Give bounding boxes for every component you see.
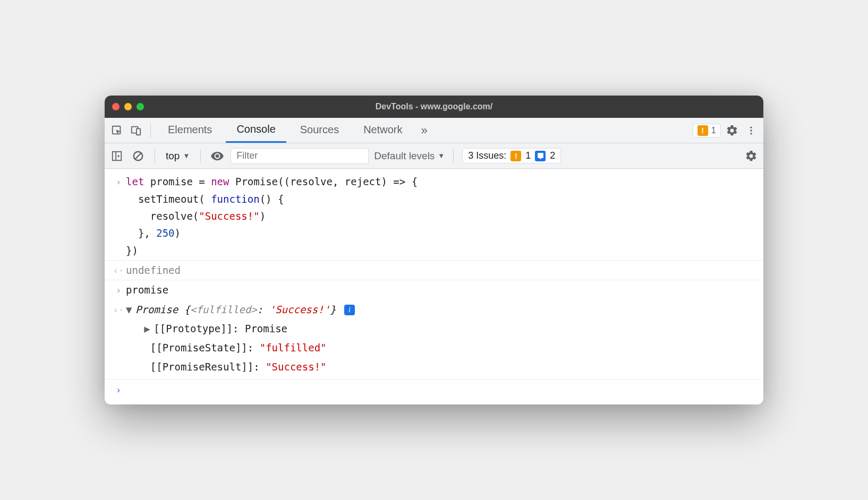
warning-icon: !: [697, 125, 708, 136]
console-output-row: ‹· ▼Promise {<fulfilled>: 'Success!'} i: [105, 300, 763, 319]
inspect-element-icon[interactable]: [109, 123, 125, 139]
return-undefined: undefined: [126, 262, 757, 279]
settings-icon[interactable]: [724, 123, 740, 139]
devtools-window: DevTools - www.google.com/ Elements Cons…: [105, 96, 763, 404]
window-minimize-button[interactable]: [124, 103, 132, 110]
output-chevron-icon: ‹·: [111, 303, 126, 318]
info-icon: [535, 151, 546, 161]
svg-point-4: [750, 130, 752, 131]
output-chevron-icon: ‹·: [111, 263, 126, 279]
warning-count: 1: [711, 125, 716, 136]
svg-rect-2: [137, 128, 140, 135]
live-expression-icon[interactable]: [209, 148, 225, 164]
console-input-row[interactable]: › promise: [105, 280, 763, 299]
divider: [200, 149, 201, 163]
window-close-button[interactable]: [112, 103, 120, 110]
expand-toggle-icon[interactable]: ▶: [144, 320, 151, 337]
log-levels-selector[interactable]: Default levels ▼: [374, 150, 445, 162]
window-title: DevTools - www.google.com/: [105, 102, 763, 111]
svg-line-9: [135, 153, 141, 159]
kebab-menu-icon[interactable]: [743, 123, 759, 139]
context-label: top: [166, 150, 180, 162]
console-settings-icon[interactable]: [743, 148, 759, 164]
prompt-chevron-icon: ›: [111, 383, 126, 398]
filter-input[interactable]: [231, 148, 369, 164]
tab-elements[interactable]: Elements: [157, 118, 223, 143]
chevron-down-icon: ▼: [183, 152, 190, 160]
divider: [150, 124, 151, 137]
issues-warn-count: 1: [525, 150, 531, 161]
console-warning-badge[interactable]: ! 1: [693, 124, 721, 137]
svg-point-3: [750, 126, 752, 128]
levels-label: Default levels: [374, 150, 435, 162]
clear-console-icon[interactable]: [130, 148, 146, 164]
input-chevron-icon: ›: [111, 175, 126, 190]
code-snippet: let promise = new Promise((resolve, reje…: [126, 173, 757, 258]
device-toolbar-icon[interactable]: [128, 123, 144, 139]
svg-point-5: [750, 133, 752, 134]
object-property-row: [[PromiseState]]: "fulfilled": [105, 338, 763, 357]
issues-label: 3 Issues:: [468, 150, 506, 161]
traffic-lights: [112, 103, 144, 110]
titlebar: DevTools - www.google.com/: [105, 96, 763, 118]
issues-info-count: 2: [550, 150, 555, 161]
chevron-down-icon: ▼: [438, 152, 445, 160]
info-icon[interactable]: i: [344, 305, 355, 315]
promise-result[interactable]: ▼Promise {<fulfilled>: 'Success!'} i: [126, 301, 757, 318]
console-prompt-row[interactable]: ›: [105, 379, 763, 399]
console-output: › let promise = new Promise((resolve, re…: [105, 169, 763, 404]
more-tabs-icon[interactable]: »: [416, 123, 432, 139]
tab-sources[interactable]: Sources: [290, 118, 350, 143]
execution-context-selector[interactable]: top ▼: [164, 150, 192, 162]
object-property-row: [[PromiseResult]]: "Success!": [105, 357, 763, 376]
divider: [155, 149, 155, 163]
svg-rect-6: [113, 152, 122, 161]
console-toolbar: top ▼ Default levels ▼ 3 Issues: ! 1 2: [105, 143, 763, 169]
divider: [453, 149, 454, 163]
tab-console[interactable]: Console: [226, 118, 286, 143]
console-output-row: ‹· undefined: [105, 260, 763, 280]
object-property-row[interactable]: ▶[[Prototype]]: Promise: [105, 319, 763, 338]
tab-network[interactable]: Network: [353, 118, 413, 143]
issues-counter[interactable]: 3 Issues: ! 1 2: [462, 148, 561, 163]
console-input-row[interactable]: › let promise = new Promise((resolve, re…: [105, 172, 763, 260]
expand-toggle-icon[interactable]: ▼: [126, 301, 133, 318]
window-zoom-button[interactable]: [137, 103, 144, 110]
code-input: promise: [126, 281, 757, 298]
toggle-drawer-icon[interactable]: [109, 148, 125, 164]
warning-icon: !: [510, 151, 521, 161]
main-tabbar: Elements Console Sources Network » ! 1: [105, 118, 763, 143]
input-chevron-icon: ›: [111, 283, 126, 298]
